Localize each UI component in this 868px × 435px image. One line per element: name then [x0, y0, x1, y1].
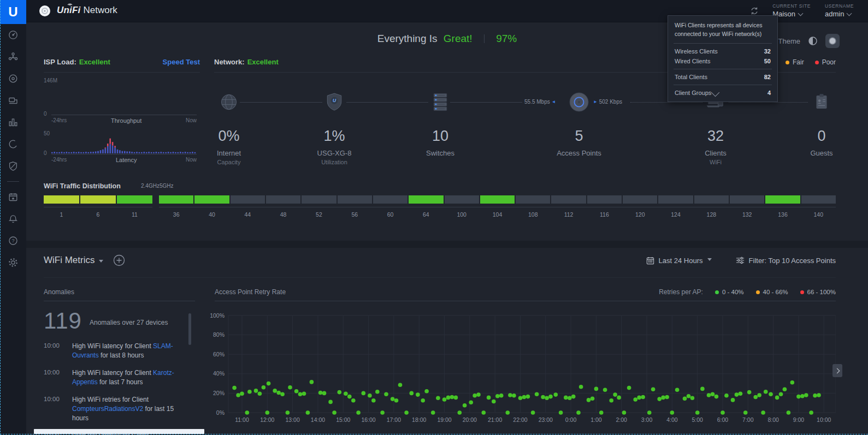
sidebar-item-insights[interactable] [0, 133, 26, 155]
sidebar-item-dashboard[interactable] [0, 24, 26, 46]
chevron-right-icon [834, 368, 840, 373]
sidebar-item-alerts[interactable] [0, 208, 26, 230]
retry-rate-panel: Access Point Retry Rate Retries per AP: … [215, 288, 836, 435]
add-metric-button[interactable] [113, 254, 125, 266]
device-label: Switches [408, 149, 473, 157]
status-word: Great! [444, 33, 473, 44]
divider [44, 301, 195, 301]
channel-64-segment [409, 195, 443, 204]
divider [44, 277, 836, 278]
svg-text:23:00: 23:00 [539, 416, 553, 423]
quality-poor: Poor [815, 58, 836, 66]
theme-dark-button[interactable] [825, 34, 840, 48]
device-stat-guests[interactable]: 0Guests [789, 88, 854, 157]
device-sublabel: WiFi [683, 159, 748, 165]
selection-marquee-bottom [0, 434, 868, 434]
svg-text:80%: 80% [213, 331, 225, 338]
user-menu[interactable]: USERNAME admin [825, 4, 854, 18]
anomaly-text: High WiFi latency for Client SLAM-Ouvran… [72, 342, 184, 360]
device-label: Access Points [546, 149, 612, 157]
channel-1-segment [44, 195, 79, 204]
channel-11-label: 11 [117, 211, 152, 218]
time-range-value: Last 24 Hours [659, 257, 703, 265]
isp-load-label: ISP Load: [44, 58, 76, 66]
statistics-icon [8, 117, 19, 128]
anomalies-subtitle: Anomalies over 27 devices [90, 319, 168, 326]
refresh-icon[interactable] [749, 6, 759, 16]
sidebar-item-topology[interactable] [0, 46, 26, 68]
channel-44-label: 44 [231, 211, 265, 218]
client-link[interactable]: SLAM-Ouvrants [72, 342, 173, 359]
app-title: UniFiNetwork [57, 5, 117, 16]
throughput-from: -24hrs [51, 117, 67, 124]
sidebar-item-statistics[interactable] [0, 111, 26, 133]
legend-dot-icon [815, 61, 819, 64]
channel-6-label: 6 [80, 211, 116, 218]
anomaly-time: 10:00 [44, 342, 72, 360]
legend-label: Fair [793, 58, 804, 66]
svg-text:6:00: 6:00 [717, 416, 729, 423]
chart-next-button[interactable] [832, 364, 842, 377]
sidebar-item-settings[interactable] [0, 252, 26, 273]
channel-44-segment [231, 195, 265, 204]
device-stat-switches[interactable]: 10Switches [408, 88, 473, 157]
channel-100-label: 100 [445, 211, 479, 218]
unifi-network-dashboard: UniFiNetwork CURRENT SITE Maison USERNAM… [0, 0, 868, 435]
svg-text:100%: 100% [210, 312, 225, 319]
svg-text:0%: 0% [216, 409, 225, 416]
latency-title: Latency [67, 157, 186, 163]
device-value: 0% [196, 128, 262, 145]
channel-112-label: 112 [551, 211, 586, 218]
band-5g-label: 5GHz [160, 183, 174, 189]
device-label: USG-XG-8 [302, 149, 367, 157]
clients-icon [8, 95, 19, 106]
client-link[interactable]: Karotz-Appentis [72, 369, 174, 386]
time-range-selector[interactable]: Last 24 Hours [646, 257, 712, 265]
channel-52-label: 52 [302, 211, 336, 218]
channel-104-segment [480, 195, 515, 204]
ubiquiti-logo[interactable]: U [0, 0, 26, 24]
channel-128-segment [694, 195, 729, 204]
network-value: Excellent [247, 58, 279, 66]
svg-text:7:00: 7:00 [742, 416, 754, 423]
sidebar-item-events[interactable] [0, 186, 26, 208]
theme-control: Theme [778, 34, 840, 48]
channel-120-segment [623, 195, 657, 204]
tooltip-row-label: Total Clients [675, 74, 707, 80]
channel-36-label: 36 [159, 211, 193, 218]
brand-product: Network [84, 5, 117, 15]
ap-filter[interactable]: Filter: Top 10 Access Points [736, 257, 836, 265]
device-stat-usg-xg-8[interactable]: U1%USG-XG-8Utilization [302, 88, 367, 165]
anomaly-item: 10:00High WiFi latency for Client Karotz… [44, 368, 195, 387]
sidebar-item-devices[interactable] [0, 68, 26, 90]
status-score: 97% [496, 33, 517, 44]
tooltip-row: Wired Clients50 [675, 58, 771, 64]
client-link[interactable]: CompteursRadiationsV2 [72, 405, 143, 413]
tooltip-row-label: Client Groups [675, 90, 711, 96]
sidebar-item-threat-management[interactable] [0, 155, 26, 177]
svg-text:40%: 40% [213, 370, 225, 377]
device-value: 0 [789, 128, 854, 145]
chevron-down-icon [798, 10, 804, 16]
sidebar-item-clients[interactable] [0, 90, 26, 111]
channel-64-label: 64 [409, 211, 443, 218]
svg-text:4:00: 4:00 [666, 416, 678, 423]
device-stat-internet[interactable]: 0%InternetCapacity [196, 88, 262, 165]
theme-light-button[interactable] [806, 34, 820, 48]
channel-108-segment [516, 195, 550, 204]
channel-140-label: 140 [801, 211, 836, 218]
latency-from: -24hrs [51, 157, 67, 163]
scrollbar-thumb[interactable] [188, 313, 191, 345]
throughput-title: Throughput [67, 117, 186, 124]
tooltip-row-value: 4 [711, 90, 771, 96]
latency-zero-label: 0 [44, 150, 47, 156]
speed-test-link[interactable]: Speed Test [163, 58, 200, 66]
legend-label: Poor [822, 58, 836, 66]
svg-text:13:00: 13:00 [285, 416, 299, 423]
site-switcher[interactable]: CURRENT SITE Maison [772, 4, 811, 18]
sidebar-item-help[interactable]: ? [0, 230, 26, 252]
devices-icon [8, 73, 19, 84]
retry-chart-title: Access Point Retry Rate [215, 288, 286, 296]
wifi-metrics-dropdown[interactable]: WiFi Metrics [44, 255, 103, 266]
device-stat-access-points[interactable]: 5Access Points [546, 88, 612, 157]
